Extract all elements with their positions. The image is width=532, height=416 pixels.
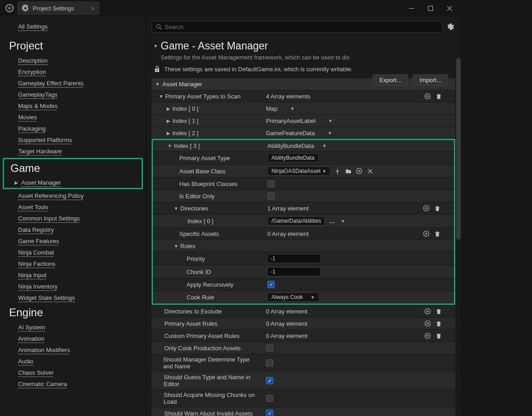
sidebar-item-movies[interactable]: Movies bbox=[0, 112, 146, 123]
checkbox[interactable] bbox=[266, 395, 273, 402]
collapse-icon[interactable]: ▼ bbox=[167, 143, 172, 148]
add-element-icon[interactable] bbox=[422, 230, 430, 238]
prop-label: Specific Assets bbox=[179, 230, 219, 237]
checkbox[interactable] bbox=[267, 180, 275, 187]
clear-array-icon[interactable] bbox=[434, 92, 443, 100]
expand-icon[interactable]: ▶ bbox=[166, 118, 171, 123]
text-input[interactable]: AbilityBundleData bbox=[267, 153, 319, 162]
checkbox[interactable] bbox=[266, 344, 273, 352]
struct-dropdown[interactable]: GameFeatureData▼ bbox=[266, 130, 332, 137]
add-element-icon[interactable] bbox=[424, 332, 432, 340]
sidebar-item-asset-referencing-policy[interactable]: Asset Referencing Policy bbox=[0, 190, 146, 201]
use-selected-icon[interactable] bbox=[333, 167, 341, 175]
group-label: Asset Manager bbox=[163, 81, 202, 88]
settings-gear-icon[interactable] bbox=[446, 22, 455, 31]
checkbox[interactable] bbox=[267, 192, 275, 200]
path-input[interactable]: /Game/Data/Abilities bbox=[267, 216, 325, 225]
tab-project-settings[interactable]: Project Settings × bbox=[17, 1, 99, 15]
import-button[interactable]: Import... bbox=[413, 74, 448, 86]
prop-label: Directories bbox=[180, 205, 208, 212]
chevron-down-icon: ▼ bbox=[328, 118, 333, 123]
struct-dropdown[interactable]: Map▼ bbox=[266, 105, 295, 112]
sidebar-item-animation-modifiers[interactable]: Animation Modifiers bbox=[0, 344, 146, 356]
search-input[interactable] bbox=[152, 21, 443, 33]
number-input[interactable]: -1 bbox=[267, 254, 321, 263]
close-button[interactable] bbox=[440, 2, 459, 15]
collapse-icon[interactable]: ▼ bbox=[174, 244, 178, 249]
prop-label: Asset Base Class bbox=[179, 168, 226, 175]
sidebar-item-ninja-input[interactable]: Ninja Input bbox=[0, 269, 146, 281]
browse-icon[interactable] bbox=[344, 167, 352, 175]
collapse-icon[interactable]: ▼ bbox=[155, 82, 160, 87]
add-element-icon[interactable] bbox=[424, 319, 432, 328]
sidebar-item-maps-modes[interactable]: Maps & Modes bbox=[0, 100, 146, 112]
collapse-icon[interactable]: ▼ bbox=[159, 94, 163, 99]
enum-dropdown[interactable]: Always Cook ▼ bbox=[267, 293, 319, 302]
checkbox[interactable] bbox=[267, 281, 275, 288]
checkbox[interactable] bbox=[266, 359, 273, 367]
clear-array-icon[interactable] bbox=[433, 230, 441, 238]
maximize-button[interactable] bbox=[421, 2, 440, 15]
clear-array-icon[interactable] bbox=[434, 319, 443, 328]
add-new-icon[interactable] bbox=[355, 167, 363, 175]
sidebar-item-animation[interactable]: Animation bbox=[0, 333, 146, 344]
add-element-icon[interactable] bbox=[424, 307, 432, 315]
sidebar-item-ninja-inventory[interactable]: Ninja Inventory bbox=[0, 281, 146, 292]
main-scrollbar[interactable] bbox=[456, 58, 461, 416]
sidebar-item-ai-system[interactable]: AI System bbox=[0, 322, 146, 333]
sidebar-category-game: Game bbox=[4, 159, 142, 177]
array-count: 0 Array element bbox=[266, 320, 307, 327]
chevron-down-icon[interactable]: ▼ bbox=[339, 217, 347, 225]
more-icon[interactable]: … bbox=[328, 217, 336, 225]
prop-label: Cook Rule bbox=[187, 294, 214, 301]
sidebar[interactable]: All SettingsProjectDescriptionEncryption… bbox=[0, 16, 146, 416]
struct-dropdown[interactable]: AbilityBundleData▼ bbox=[267, 142, 327, 149]
sidebar-item-common-input-settings[interactable]: Common Input Settings bbox=[0, 213, 146, 224]
prop-label: Directories to Exclude bbox=[164, 308, 222, 315]
sidebar-item-cinematic-camera[interactable]: Cinematic Camera bbox=[0, 378, 146, 390]
index-label: Index [ 0 ] bbox=[187, 218, 213, 225]
collapse-icon[interactable]: ▼ bbox=[174, 206, 178, 211]
sidebar-item-encryption[interactable]: Encryption bbox=[0, 66, 146, 78]
clear-array-icon[interactable] bbox=[434, 332, 443, 340]
sidebar-item-ninja-combat[interactable]: Ninja Combat bbox=[0, 247, 146, 258]
clear-array-icon[interactable] bbox=[433, 204, 441, 212]
sidebar-item-ninja-factions[interactable]: Ninja Factions bbox=[0, 258, 146, 269]
sidebar-item-target-hardware[interactable]: Target Hardware bbox=[0, 146, 146, 157]
minimize-button[interactable] bbox=[402, 2, 421, 15]
main-panel: ▼ Game - Asset Manager Settings for the … bbox=[146, 16, 461, 416]
sidebar-item-audio[interactable]: Audio bbox=[0, 356, 146, 367]
sidebar-item-widget-state-settings[interactable]: Widget State Settings bbox=[0, 292, 146, 303]
struct-dropdown[interactable]: PrimaryAssetLabel▼ bbox=[266, 117, 333, 124]
clear-icon[interactable] bbox=[366, 167, 374, 175]
prop-label: Primary Asset Rules bbox=[164, 320, 217, 327]
sidebar-item-gameplaytags[interactable]: GameplayTags bbox=[0, 89, 146, 100]
number-input[interactable]: -1 bbox=[267, 267, 321, 276]
sidebar-all-settings[interactable]: All Settings bbox=[0, 21, 146, 32]
sidebar-item-supported-platforms[interactable]: Supported Platforms bbox=[0, 134, 146, 146]
sidebar-item-asset-manager[interactable]: ▶Asset Manager bbox=[4, 177, 142, 188]
class-picker[interactable]: NinjaGASDataAsset ▼ bbox=[267, 166, 330, 176]
section-collapse-icon[interactable]: ▼ bbox=[153, 44, 158, 49]
sidebar-item-packaging[interactable]: Packaging bbox=[0, 123, 146, 134]
sidebar-item-asset-tools[interactable]: Asset Tools bbox=[0, 201, 146, 213]
add-element-icon[interactable] bbox=[424, 92, 432, 100]
expand-icon[interactable]: ▶ bbox=[166, 106, 171, 111]
prop-label: Custom Primary Asset Rules bbox=[164, 333, 239, 339]
checkbox[interactable] bbox=[266, 377, 273, 384]
search-field[interactable] bbox=[165, 24, 438, 30]
sidebar-item-game-features[interactable]: Game Features bbox=[0, 235, 146, 247]
sidebar-item-gameplay-effect-parents[interactable]: Gameplay Effect Parents bbox=[0, 78, 146, 89]
clear-array-icon[interactable] bbox=[434, 307, 443, 315]
add-element-icon[interactable] bbox=[422, 204, 430, 212]
array-count: 0 Array element bbox=[266, 308, 307, 315]
chevron-down-icon: ▼ bbox=[290, 106, 295, 111]
expand-icon[interactable]: ▶ bbox=[166, 131, 171, 136]
export-button[interactable]: Export... bbox=[373, 74, 408, 86]
sidebar-item-data-registry[interactable]: Data Registry bbox=[0, 224, 146, 235]
sidebar-item-chaos-solver[interactable]: Chaos Solver bbox=[0, 367, 146, 378]
checkbox[interactable] bbox=[266, 410, 273, 416]
tab-close-icon[interactable]: × bbox=[91, 5, 95, 12]
ue-logo-icon bbox=[5, 3, 15, 13]
sidebar-item-description[interactable]: Description bbox=[0, 55, 146, 66]
